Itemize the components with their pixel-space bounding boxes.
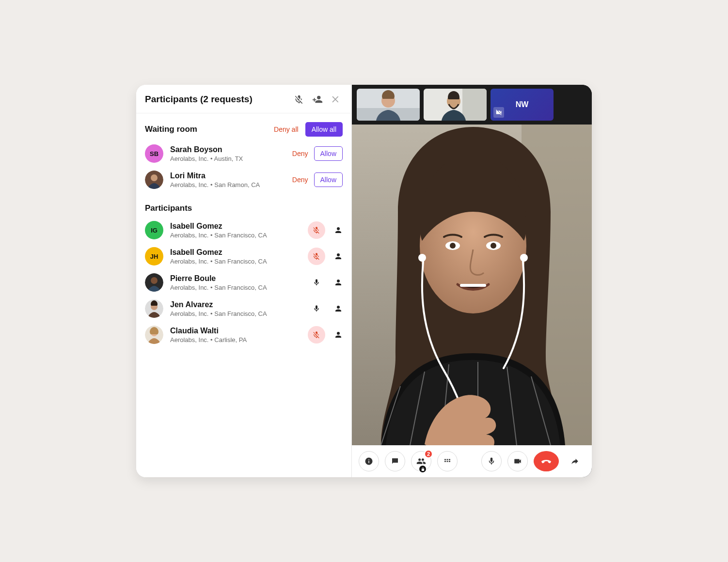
mic-icon[interactable] — [308, 274, 325, 291]
mic-muted-icon[interactable] — [308, 248, 325, 265]
main-video[interactable] — [352, 125, 592, 445]
share-button[interactable] — [565, 451, 585, 471]
svg-point-24 — [450, 243, 456, 249]
participant-row: Claudia Walti Aerolabs, Inc. • Carlisle,… — [136, 322, 351, 348]
allow-button[interactable]: Allow — [314, 146, 343, 161]
waiting-row: Lori Mitra Aerolabs, Inc. • San Ramon, C… — [136, 167, 351, 193]
svg-point-3 — [151, 277, 158, 284]
thumbnail-strip: NW — [352, 85, 592, 125]
person-sub: Aerolabs, Inc. • San Francisco, CA — [170, 310, 308, 317]
info-button[interactable] — [359, 451, 379, 471]
participant-row: Pierre Boule Aerolabs, Inc. • San Franci… — [136, 269, 351, 296]
participants-title: Participants — [145, 203, 343, 213]
participant-row: Jen Alvarez Aerolabs, Inc. • San Francis… — [136, 296, 351, 322]
video-thumbnail[interactable] — [424, 89, 487, 121]
svg-point-28 — [520, 254, 528, 262]
panel-title: Participants (2 requests) — [145, 94, 287, 105]
person-sub: Aerolabs, Inc. • San Francisco, CA — [170, 258, 308, 265]
participants-button[interactable]: 2 — [411, 451, 431, 471]
avatar — [145, 171, 163, 189]
camera-toggle-button[interactable] — [507, 451, 528, 471]
person-name: Isabell Gomez — [170, 248, 308, 257]
camera-off-icon — [493, 107, 504, 118]
avatar — [145, 326, 163, 344]
video-thumbnail-avatar[interactable]: NW — [491, 89, 554, 121]
chat-button[interactable] — [385, 451, 405, 471]
person-options-icon[interactable] — [334, 226, 343, 234]
avatar: JH — [145, 247, 163, 265]
person-sub: Aerolabs, Inc. • Carlisle, PA — [170, 336, 308, 343]
person-name: Claudia Walti — [170, 326, 308, 335]
avatar — [145, 299, 163, 318]
person-options-icon[interactable] — [334, 252, 343, 261]
add-person-icon[interactable] — [311, 93, 324, 106]
svg-point-26 — [491, 243, 496, 249]
close-panel-icon[interactable] — [329, 93, 343, 106]
person-name: Isabell Gomez — [170, 221, 308, 231]
panel-header: Participants (2 requests) — [136, 85, 351, 113]
deny-button[interactable]: Deny — [292, 150, 308, 157]
participant-row: IG Isabell Gomez Aerolabs, Inc. • San Fr… — [136, 217, 351, 243]
avatar-initials: NW — [516, 100, 529, 109]
hangup-button[interactable] — [534, 451, 559, 471]
person-sub: Aerolabs, Inc. • Austin, TX — [170, 155, 292, 162]
person-name: Sarah Boyson — [170, 145, 292, 154]
waiting-row: SB Sarah Boyson Aerolabs, Inc. • Austin,… — [136, 140, 351, 167]
waiting-room-title: Waiting room — [145, 125, 274, 134]
avatar: SB — [145, 144, 163, 163]
control-bar: 2 — [352, 445, 592, 477]
participants-badge: 2 — [424, 450, 433, 458]
mic-muted-icon[interactable] — [308, 221, 325, 239]
allow-button[interactable]: Allow — [314, 172, 343, 187]
person-sub: Aerolabs, Inc. • San Francisco, CA — [170, 284, 308, 291]
person-name: Jen Alvarez — [170, 300, 308, 309]
video-thumbnail[interactable] — [357, 89, 420, 121]
svg-rect-12 — [462, 89, 487, 121]
waiting-room-header: Waiting room Deny all Allow all — [136, 113, 351, 140]
person-sub: Aerolabs, Inc. • San Ramon, CA — [170, 181, 292, 188]
deny-button[interactable]: Deny — [292, 176, 308, 184]
participants-panel: Participants (2 requests) Waiting room D… — [136, 85, 352, 477]
avatar: IG — [145, 221, 163, 239]
allow-all-button[interactable]: Allow all — [305, 122, 343, 137]
person-options-icon[interactable] — [334, 278, 343, 287]
mic-muted-icon[interactable] — [308, 326, 325, 343]
person-sub: Aerolabs, Inc. • San Francisco, CA — [170, 232, 308, 239]
person-options-icon[interactable] — [334, 330, 343, 339]
deny-all-button[interactable]: Deny all — [274, 125, 299, 133]
lock-icon — [418, 465, 427, 473]
participant-row: JH Isabell Gomez Aerolabs, Inc. • San Fr… — [136, 243, 351, 269]
mute-all-icon[interactable] — [292, 93, 306, 106]
avatar — [145, 273, 163, 292]
participants-header: Participants — [136, 193, 351, 217]
person-options-icon[interactable] — [334, 304, 343, 313]
person-name: Lori Mitra — [170, 171, 292, 180]
svg-point-1 — [151, 174, 158, 181]
person-name: Pierre Boule — [170, 274, 308, 283]
dialpad-button[interactable] — [437, 451, 458, 471]
svg-point-27 — [418, 254, 426, 262]
mic-toggle-button[interactable] — [481, 451, 502, 471]
video-call-window: Participants (2 requests) Waiting room D… — [136, 85, 592, 477]
video-area: NW — [352, 85, 592, 477]
mic-icon[interactable] — [308, 300, 325, 317]
